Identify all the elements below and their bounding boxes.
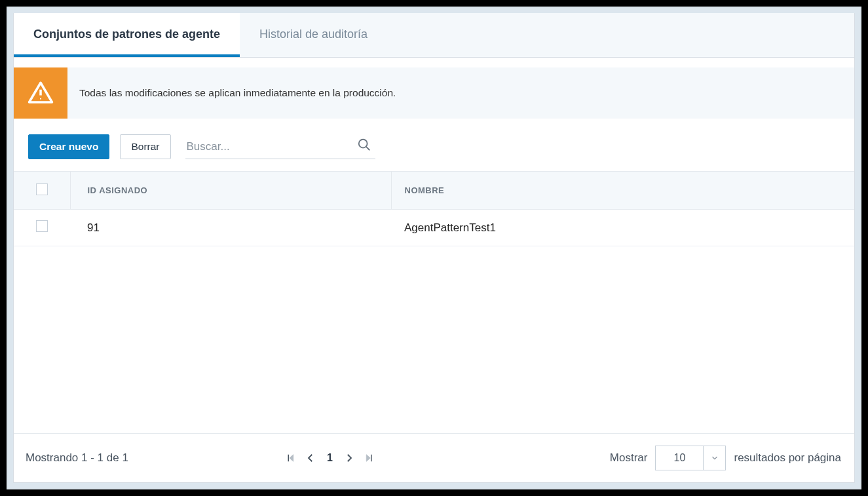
row-checkbox-cell xyxy=(14,210,70,246)
chevron-down-icon[interactable] xyxy=(703,446,725,470)
toolbar: Crear nuevo Borrar xyxy=(14,119,854,171)
app-frame: Conjuntos de patrones de agente Historia… xyxy=(7,7,861,489)
current-page: 1 xyxy=(324,452,335,464)
prev-page-icon[interactable] xyxy=(305,452,316,464)
search-icon[interactable] xyxy=(357,138,371,152)
next-page-icon[interactable] xyxy=(343,452,355,464)
row-id: 91 xyxy=(70,210,391,246)
select-all-checkbox[interactable] xyxy=(36,183,48,195)
warning-banner: Todas las modificaciones se aplican inme… xyxy=(14,67,854,119)
row-checkbox[interactable] xyxy=(36,220,48,232)
page-size-value: 10 xyxy=(656,446,703,470)
delete-button[interactable]: Borrar xyxy=(120,134,170,159)
search-input[interactable] xyxy=(185,135,375,159)
tab-agent-patterns[interactable]: Conjuntos de patrones de agente xyxy=(14,13,240,57)
svg-point-1 xyxy=(40,98,41,100)
header-id[interactable]: ID ASIGNADO xyxy=(70,172,391,210)
header-name[interactable]: NOMBRE xyxy=(391,172,854,210)
svg-point-2 xyxy=(358,139,367,147)
row-name: AgentPatternTest1 xyxy=(391,210,854,246)
tab-audit-history[interactable]: Historial de auditoría xyxy=(240,13,387,57)
warning-message: Todas las modificaciones se aplican inme… xyxy=(67,67,407,119)
warning-icon xyxy=(14,67,67,119)
show-label: Mostrar xyxy=(610,451,648,465)
page-size-control: Mostrar 10 resultados por página xyxy=(610,446,841,470)
svg-line-3 xyxy=(366,146,369,149)
search-field-wrap xyxy=(185,135,375,159)
table-container: ID ASIGNADO NOMBRE 91AgentPatternTest1 xyxy=(14,171,854,433)
main-panel: Conjuntos de patrones de agente Historia… xyxy=(13,13,855,483)
last-page-icon[interactable] xyxy=(363,452,375,464)
page-size-select[interactable]: 10 xyxy=(655,446,726,470)
tab-bar: Conjuntos de patrones de agente Historia… xyxy=(14,13,854,58)
patterns-table: ID ASIGNADO NOMBRE 91AgentPatternTest1 xyxy=(14,171,854,246)
first-page-icon[interactable] xyxy=(285,452,297,464)
header-checkbox-cell xyxy=(14,172,70,210)
results-per-page-label: resultados por página xyxy=(734,451,841,465)
table-row[interactable]: 91AgentPatternTest1 xyxy=(14,210,854,246)
create-button[interactable]: Crear nuevo xyxy=(28,134,109,159)
table-footer: Mostrando 1 - 1 de 1 1 xyxy=(14,433,854,482)
pager: 1 xyxy=(50,452,610,464)
